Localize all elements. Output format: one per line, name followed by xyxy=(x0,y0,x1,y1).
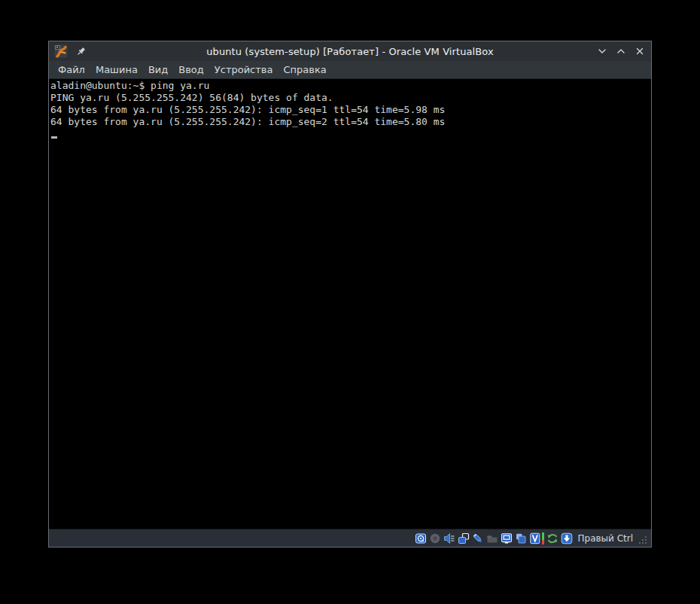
network-icon[interactable] xyxy=(458,532,470,545)
terminal-line: 64 bytes from ya.ru (5.255.255.242): icm… xyxy=(50,104,650,116)
virtualbox-vm-window: ubuntu (system-setup) [Работает] - Oracl… xyxy=(48,41,652,548)
menu-input[interactable]: Ввод xyxy=(173,61,209,78)
activity-bar-icon xyxy=(542,532,544,545)
keyboard-host-key-icon[interactable] xyxy=(561,532,573,545)
pin-icon[interactable] xyxy=(75,46,87,57)
maximize-button[interactable] xyxy=(615,45,627,57)
features-icon xyxy=(529,532,541,545)
menu-help[interactable]: Справка xyxy=(278,61,331,78)
display-icon[interactable] xyxy=(501,532,513,545)
window-title: ubuntu (system-setup) [Работает] - Oracl… xyxy=(49,46,651,57)
terminal-line: 64 bytes from ya.ru (5.255.255.242): icm… xyxy=(50,116,650,128)
menu-machine[interactable]: Машина xyxy=(90,61,143,78)
virtualbox-vm-icon xyxy=(54,44,68,58)
guest-terminal-screen[interactable]: aladin@ubuntu:~$ ping ya.ru PING ya.ru (… xyxy=(49,79,651,529)
resize-grip[interactable] xyxy=(638,535,648,545)
titlebar[interactable]: ubuntu (system-setup) [Работает] - Oracl… xyxy=(49,41,651,61)
menubar: Файл Машина Вид Ввод Устройства Справка xyxy=(49,61,651,79)
features-indicator[interactable] xyxy=(529,532,544,545)
minimize-button[interactable] xyxy=(596,45,608,57)
statusbar: Правый Ctrl xyxy=(49,529,651,547)
window-controls xyxy=(596,45,646,57)
menu-devices[interactable]: Устройства xyxy=(209,61,278,78)
optical-drives-icon[interactable] xyxy=(429,532,441,545)
terminal-cursor-line xyxy=(50,128,650,140)
host-key-label: Правый Ctrl xyxy=(577,533,633,544)
audio-icon[interactable] xyxy=(443,532,455,545)
terminal-cursor xyxy=(51,136,57,139)
terminal-line: aladin@ubuntu:~$ ping ya.ru xyxy=(50,80,650,92)
mouse-integration-icon[interactable] xyxy=(546,532,558,545)
usb-icon[interactable] xyxy=(472,532,484,545)
shared-folders-icon[interactable] xyxy=(486,532,498,545)
menu-view[interactable]: Вид xyxy=(143,61,173,78)
hard-disks-icon[interactable] xyxy=(415,532,427,545)
menu-file[interactable]: Файл xyxy=(53,61,90,78)
terminal-line: PING ya.ru (5.255.255.242) 56(84) bytes … xyxy=(50,92,650,104)
close-button[interactable] xyxy=(634,45,646,57)
recording-icon[interactable] xyxy=(515,532,527,545)
